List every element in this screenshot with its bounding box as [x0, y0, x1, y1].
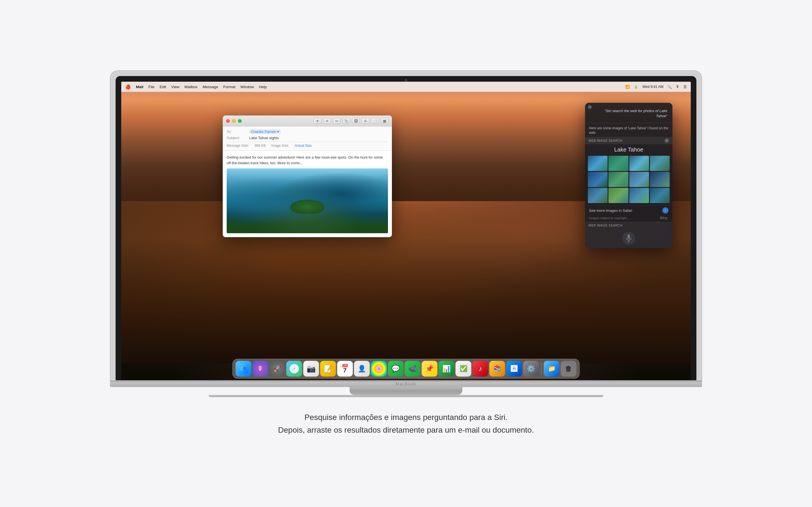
dock-item-appstore[interactable]: 🅰 — [506, 361, 522, 377]
siri-image-7[interactable] — [629, 172, 649, 187]
siri-see-more-icon[interactable]: › — [662, 207, 668, 214]
dock: 🎙 🚀 — [233, 359, 580, 379]
mail-subject-label: Subject: — [227, 136, 249, 140]
mail-reply-icon[interactable]: ↩ — [333, 118, 341, 124]
mail-back-icon[interactable]: ✈ — [313, 118, 321, 124]
mail-attachment-icon[interactable]: 📎 — [342, 118, 350, 124]
siri-image-3[interactable] — [629, 156, 649, 171]
mail-to-address[interactable]: Charles Parrish ▾ — [249, 129, 281, 134]
apple-menu-icon[interactable]: 🍎 — [125, 84, 131, 90]
menubar-window[interactable]: Window — [240, 85, 254, 89]
siri-section-close-button[interactable]: ✕ — [665, 138, 669, 143]
menubar-edit[interactable]: Edit — [160, 85, 166, 89]
menubar-message[interactable]: Message — [203, 85, 218, 89]
siri-image-12[interactable] — [650, 188, 670, 203]
mail-tahoe-image — [227, 168, 388, 233]
dock-item-reminders[interactable]: ✅ — [456, 361, 471, 377]
menubar-right: 📶 🔋 Wed 9:41 AM 🔍 🎙 ☰ — [625, 85, 687, 89]
mail-compose-window: ✈ ≡ ↩ 📎 🖼 A ⬜ ▦ To: Cha — [223, 115, 392, 237]
siri-see-more-row[interactable]: See more images in Safari › — [585, 205, 672, 215]
mail-subject-value[interactable]: Lake Tahoe sights — [249, 136, 279, 140]
siri-result-label: Here are some images of 'Lake Tahoe' I f… — [589, 126, 668, 135]
battery-icon: 🔋 — [634, 85, 638, 89]
caption-line-1: Pesquise informações e imagens perguntan… — [278, 411, 534, 424]
siri-image-8[interactable] — [650, 172, 670, 187]
siri-image-10[interactable] — [608, 188, 628, 203]
svg-rect-1 — [627, 234, 630, 239]
dock-item-systemprefs[interactable]: ⚙️ — [523, 361, 539, 377]
dock-item-notes[interactable]: 📝 — [320, 361, 336, 377]
caption: Pesquise informações e imagens perguntan… — [278, 411, 534, 437]
dock-item-books[interactable]: 📚 — [490, 361, 505, 377]
mail-header: To: Charles Parrish ▾ Subject: Lake Taho… — [223, 126, 392, 151]
siri-copyright-row: Images subject to copyright... Bing — [585, 215, 672, 222]
dock-item-photos[interactable]: 📷 — [303, 361, 319, 377]
macbook-stand — [350, 387, 462, 395]
siri-image-2[interactable] — [608, 156, 628, 171]
mail-body[interactable]: Getting excited for our summer adventure… — [223, 151, 392, 237]
menubar-app-name[interactable]: Mail — [136, 85, 143, 89]
menubar-file[interactable]: File — [148, 85, 154, 89]
bing-logo: Bing — [660, 216, 668, 220]
macbook-feet — [209, 395, 603, 397]
dock-item-trash[interactable]: 🗑 — [561, 361, 576, 377]
dock-item-music[interactable]: ♪ — [472, 361, 488, 377]
siri-image-11[interactable] — [629, 188, 649, 203]
siri-icon[interactable]: 🎙 — [676, 85, 679, 89]
menubar-left: 🍎 Mail File Edit View Mailbox Message Fo… — [125, 84, 267, 90]
minimize-button[interactable] — [232, 119, 236, 123]
mail-message-size-label: Message Size: — [227, 144, 249, 148]
siri-image-5[interactable] — [588, 172, 608, 187]
dock-item-finder2[interactable]: 📁 — [544, 361, 560, 377]
mail-image-insert-icon[interactable]: ⬜ — [371, 118, 379, 124]
dock-item-facetime[interactable]: 📹 — [405, 361, 421, 377]
maximize-button[interactable] — [238, 119, 242, 123]
mail-more-icon[interactable]: ▦ — [380, 118, 389, 124]
svg-point-6 — [243, 367, 247, 371]
siri-mic-button[interactable] — [622, 232, 635, 245]
mail-message-size-value: 988 KB — [255, 144, 266, 148]
siri-image-4[interactable] — [650, 156, 670, 171]
close-button[interactable] — [226, 119, 230, 123]
dock-item-siri[interactable]: 🎙 — [253, 361, 268, 377]
siri-results-text: Here are some images of 'Lake Tahoe' I f… — [585, 123, 672, 137]
siri-image-9[interactable] — [588, 188, 608, 203]
macbook-hinge — [110, 381, 702, 382]
search-icon[interactable]: 🔍 — [667, 85, 672, 89]
siri-image-6[interactable] — [608, 172, 628, 187]
dock-item-contacts[interactable]: 👤 — [354, 361, 370, 377]
mail-image-island — [290, 200, 324, 214]
menubar-help[interactable]: Help — [259, 85, 267, 89]
control-center-icon[interactable]: ☰ — [683, 85, 687, 89]
dock-item-stickies[interactable]: 📌 — [422, 361, 438, 377]
dock-item-numbers[interactable]: 📊 — [439, 361, 455, 377]
mail-body-text: Getting excited for our summer adventure… — [227, 155, 388, 166]
siri-query-text: "Siri search the web for photos of Lake … — [585, 103, 672, 123]
screen: 🍎 Mail File Edit View Mailbox Message Fo… — [121, 82, 691, 380]
siri-search-title: Lake Tahoe — [585, 144, 672, 155]
mail-menu-icon[interactable]: ≡ — [323, 118, 331, 124]
dock-item-calendar[interactable]: CAL 7 — [337, 361, 353, 377]
mail-image-size-value[interactable]: Actual Size — [295, 144, 312, 148]
menubar-format[interactable]: Format — [223, 85, 236, 89]
dock-item-photolib[interactable]: 🌸 — [371, 361, 387, 377]
siri-bottom-section-header: WEB IMAGE SEARCH — [585, 222, 672, 228]
macbook-screen-shell: 🍎 Mail File Edit View Mailbox Message Fo… — [110, 70, 702, 381]
menubar-view[interactable]: View — [171, 85, 179, 89]
dock-item-messages[interactable]: 💬 — [388, 361, 404, 377]
mail-meta-row: Message Size: 988 KB Image Size: Actual … — [227, 142, 388, 148]
macbook-container: 🍎 Mail File Edit View Mailbox Message Fo… — [96, 70, 716, 397]
dock-item-safari[interactable] — [287, 361, 302, 377]
siri-copyright-label: Images subject to copyright... — [589, 216, 629, 220]
menubar-time: Wed 9:41 AM — [642, 85, 663, 89]
siri-panel: ✕ "Siri search the web for photos of Lak… — [585, 103, 672, 248]
dock-item-launchpad[interactable]: 🚀 — [269, 361, 285, 377]
mail-format-icon[interactable]: A — [361, 118, 369, 124]
dock-item-finder[interactable] — [236, 361, 252, 377]
mail-photo-icon[interactable]: 🖼 — [352, 118, 360, 124]
mail-to-label: To: — [227, 129, 249, 134]
menubar-mailbox[interactable]: Mailbox — [185, 85, 198, 89]
siri-microphone-area — [585, 228, 672, 248]
mail-to-row: To: Charles Parrish ▾ — [227, 129, 388, 134]
siri-image-1[interactable] — [588, 156, 608, 171]
